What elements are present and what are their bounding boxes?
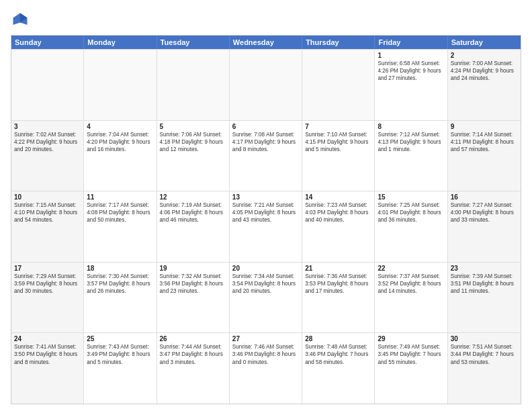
day-info: Sunrise: 7:29 AM Sunset: 3:59 PM Dayligh… — [14, 273, 81, 295]
header — [11, 11, 521, 30]
day-info: Sunrise: 6:58 AM Sunset: 4:26 PM Dayligh… — [378, 60, 444, 82]
day-number: 10 — [14, 193, 81, 201]
day-info: Sunrise: 7:23 AM Sunset: 4:03 PM Dayligh… — [305, 201, 371, 224]
day-info: Sunrise: 7:14 AM Sunset: 4:11 PM Dayligh… — [451, 131, 518, 153]
day-info: Sunrise: 7:32 AM Sunset: 3:56 PM Dayligh… — [160, 273, 226, 295]
calendar-cell-empty-0-1 — [84, 50, 157, 120]
day-number: 25 — [87, 335, 153, 342]
day-info: Sunrise: 7:44 AM Sunset: 3:47 PM Dayligh… — [160, 343, 226, 365]
day-number: 21 — [305, 265, 371, 272]
day-info: Sunrise: 7:25 AM Sunset: 4:01 PM Dayligh… — [378, 201, 444, 224]
calendar-cell-5: 5Sunrise: 7:06 AM Sunset: 4:18 PM Daylig… — [157, 121, 230, 191]
day-info: Sunrise: 7:06 AM Sunset: 4:18 PM Dayligh… — [160, 131, 226, 153]
day-info: Sunrise: 7:19 AM Sunset: 4:06 PM Dayligh… — [160, 201, 226, 224]
day-number: 30 — [451, 335, 518, 342]
day-info: Sunrise: 7:49 AM Sunset: 3:45 PM Dayligh… — [378, 343, 444, 365]
day-number: 18 — [87, 265, 153, 272]
calendar-cell-9: 9Sunrise: 7:14 AM Sunset: 4:11 PM Daylig… — [448, 121, 521, 191]
calendar-cell-19: 19Sunrise: 7:32 AM Sunset: 3:56 PM Dayli… — [157, 263, 230, 333]
day-number: 23 — [451, 265, 518, 272]
day-info: Sunrise: 7:34 AM Sunset: 3:54 PM Dayligh… — [232, 273, 299, 295]
day-info: Sunrise: 7:30 AM Sunset: 3:57 PM Dayligh… — [87, 273, 153, 295]
day-number: 15 — [378, 193, 444, 201]
calendar-cell-10: 10Sunrise: 7:15 AM Sunset: 4:10 PM Dayli… — [11, 191, 84, 262]
day-number: 29 — [378, 335, 444, 342]
calendar-cell-11: 11Sunrise: 7:17 AM Sunset: 4:08 PM Dayli… — [84, 191, 157, 262]
header-day-sunday: Sunday — [11, 36, 84, 49]
header-day-tuesday: Tuesday — [157, 36, 230, 49]
header-day-thursday: Thursday — [302, 36, 375, 49]
day-info: Sunrise: 7:12 AM Sunset: 4:13 PM Dayligh… — [378, 131, 444, 153]
header-day-saturday: Saturday — [448, 36, 521, 49]
logo-icon — [11, 11, 30, 30]
calendar-row-0: 1Sunrise: 6:58 AM Sunset: 4:26 PM Daylig… — [11, 49, 521, 120]
day-number: 3 — [14, 123, 81, 130]
calendar-row-3: 17Sunrise: 7:29 AM Sunset: 3:59 PM Dayli… — [11, 262, 521, 333]
day-number: 5 — [160, 123, 226, 130]
day-number: 2 — [451, 52, 518, 59]
calendar-body: 1Sunrise: 6:58 AM Sunset: 4:26 PM Daylig… — [11, 49, 521, 404]
calendar-cell-17: 17Sunrise: 7:29 AM Sunset: 3:59 PM Dayli… — [11, 263, 84, 333]
day-info: Sunrise: 7:17 AM Sunset: 4:08 PM Dayligh… — [87, 201, 153, 224]
calendar-row-2: 10Sunrise: 7:15 AM Sunset: 4:10 PM Dayli… — [11, 191, 521, 262]
day-number: 27 — [232, 335, 299, 342]
calendar-cell-3: 3Sunrise: 7:02 AM Sunset: 4:22 PM Daylig… — [11, 121, 84, 191]
day-number: 19 — [160, 265, 226, 272]
calendar-cell-30: 30Sunrise: 7:51 AM Sunset: 3:44 PM Dayli… — [448, 333, 521, 404]
day-number: 4 — [87, 123, 153, 130]
calendar-cell-empty-0-2 — [157, 50, 230, 120]
day-number: 28 — [305, 335, 371, 342]
day-number: 9 — [451, 123, 518, 130]
calendar-row-4: 24Sunrise: 7:41 AM Sunset: 3:50 PM Dayli… — [11, 332, 521, 404]
calendar-cell-28: 28Sunrise: 7:48 AM Sunset: 3:46 PM Dayli… — [302, 333, 375, 404]
day-info: Sunrise: 7:41 AM Sunset: 3:50 PM Dayligh… — [14, 343, 81, 365]
calendar-cell-27: 27Sunrise: 7:46 AM Sunset: 3:46 PM Dayli… — [230, 333, 302, 404]
day-number: 16 — [451, 193, 518, 201]
calendar-cell-2: 2Sunrise: 7:00 AM Sunset: 4:24 PM Daylig… — [448, 50, 521, 120]
calendar-cell-7: 7Sunrise: 7:10 AM Sunset: 4:15 PM Daylig… — [302, 121, 375, 191]
calendar-cell-8: 8Sunrise: 7:12 AM Sunset: 4:13 PM Daylig… — [375, 121, 447, 191]
header-day-monday: Monday — [84, 36, 157, 49]
calendar-cell-12: 12Sunrise: 7:19 AM Sunset: 4:06 PM Dayli… — [157, 191, 230, 262]
day-number: 22 — [378, 265, 444, 272]
day-info: Sunrise: 7:51 AM Sunset: 3:44 PM Dayligh… — [451, 343, 518, 365]
day-number: 12 — [160, 193, 226, 201]
page: SundayMondayTuesdayWednesdayThursdayFrid… — [0, 0, 532, 411]
day-info: Sunrise: 7:04 AM Sunset: 4:20 PM Dayligh… — [87, 131, 153, 153]
calendar-cell-6: 6Sunrise: 7:08 AM Sunset: 4:17 PM Daylig… — [230, 121, 302, 191]
calendar-cell-25: 25Sunrise: 7:43 AM Sunset: 3:49 PM Dayli… — [84, 333, 157, 404]
day-number: 17 — [14, 265, 81, 272]
calendar-cell-16: 16Sunrise: 7:27 AM Sunset: 4:00 PM Dayli… — [448, 191, 521, 262]
header-day-wednesday: Wednesday — [230, 36, 302, 49]
calendar-cell-22: 22Sunrise: 7:37 AM Sunset: 3:52 PM Dayli… — [375, 263, 447, 333]
calendar: SundayMondayTuesdayWednesdayThursdayFrid… — [11, 35, 521, 404]
day-info: Sunrise: 7:08 AM Sunset: 4:17 PM Dayligh… — [232, 131, 299, 153]
day-info: Sunrise: 7:00 AM Sunset: 4:24 PM Dayligh… — [451, 60, 518, 82]
day-number: 26 — [160, 335, 226, 342]
header-day-friday: Friday — [375, 36, 447, 49]
day-info: Sunrise: 7:27 AM Sunset: 4:00 PM Dayligh… — [451, 201, 518, 224]
calendar-cell-13: 13Sunrise: 7:21 AM Sunset: 4:05 PM Dayli… — [230, 191, 302, 262]
calendar-header: SundayMondayTuesdayWednesdayThursdayFrid… — [11, 36, 521, 49]
calendar-cell-20: 20Sunrise: 7:34 AM Sunset: 3:54 PM Dayli… — [230, 263, 302, 333]
day-number: 7 — [305, 123, 371, 130]
day-info: Sunrise: 7:39 AM Sunset: 3:51 PM Dayligh… — [451, 273, 518, 295]
day-info: Sunrise: 7:37 AM Sunset: 3:52 PM Dayligh… — [378, 273, 444, 295]
calendar-cell-21: 21Sunrise: 7:36 AM Sunset: 3:53 PM Dayli… — [302, 263, 375, 333]
calendar-cell-1: 1Sunrise: 6:58 AM Sunset: 4:26 PM Daylig… — [375, 50, 447, 120]
calendar-row-1: 3Sunrise: 7:02 AM Sunset: 4:22 PM Daylig… — [11, 120, 521, 191]
calendar-cell-4: 4Sunrise: 7:04 AM Sunset: 4:20 PM Daylig… — [84, 121, 157, 191]
calendar-cell-29: 29Sunrise: 7:49 AM Sunset: 3:45 PM Dayli… — [375, 333, 447, 404]
calendar-cell-empty-0-3 — [230, 50, 302, 120]
calendar-cell-empty-0-0 — [11, 50, 84, 120]
day-number: 13 — [232, 193, 299, 201]
day-number: 11 — [87, 193, 153, 201]
day-info: Sunrise: 7:21 AM Sunset: 4:05 PM Dayligh… — [232, 201, 299, 224]
day-number: 20 — [232, 265, 299, 272]
day-info: Sunrise: 7:46 AM Sunset: 3:46 PM Dayligh… — [232, 343, 299, 365]
day-number: 8 — [378, 123, 444, 130]
day-info: Sunrise: 7:02 AM Sunset: 4:22 PM Dayligh… — [14, 131, 81, 153]
day-info: Sunrise: 7:10 AM Sunset: 4:15 PM Dayligh… — [305, 131, 371, 153]
day-info: Sunrise: 7:15 AM Sunset: 4:10 PM Dayligh… — [14, 201, 81, 224]
calendar-cell-23: 23Sunrise: 7:39 AM Sunset: 3:51 PM Dayli… — [448, 263, 521, 333]
